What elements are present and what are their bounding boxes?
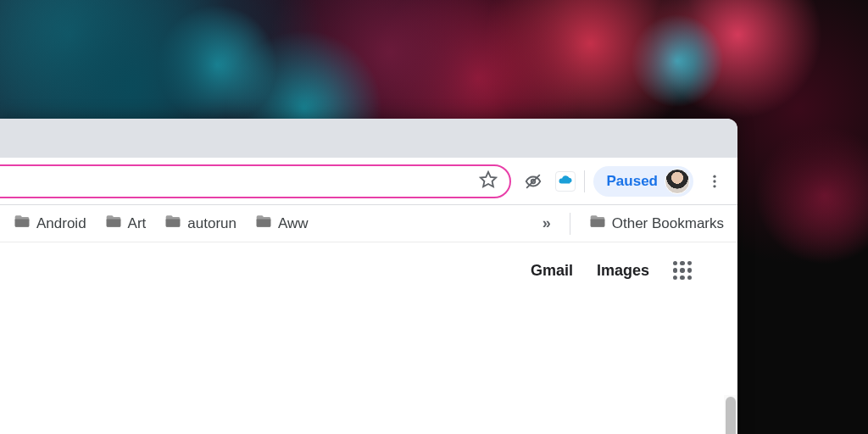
folder-icon <box>14 213 31 234</box>
kebab-menu-icon[interactable] <box>702 169 727 194</box>
svg-point-4 <box>713 180 715 182</box>
folder-icon <box>105 213 122 234</box>
bookmark-label: Android <box>36 215 86 232</box>
svg-rect-10 <box>590 220 604 227</box>
bookmark-label: Art <box>128 215 147 232</box>
header-links: Gmail Images <box>531 261 692 280</box>
bookmarks-overflow-button[interactable]: » <box>542 214 551 232</box>
bookmark-star-icon[interactable] <box>479 170 498 192</box>
gmail-link[interactable]: Gmail <box>531 262 573 280</box>
svg-rect-7 <box>106 220 120 227</box>
scrollbar-thumb[interactable] <box>726 397 736 434</box>
profile-status-label: Paused <box>607 173 658 190</box>
svg-marker-0 <box>480 171 495 186</box>
folder-icon <box>589 213 606 234</box>
svg-rect-6 <box>15 220 30 227</box>
avatar <box>665 169 690 194</box>
tab-strip[interactable] <box>0 119 737 158</box>
other-bookmarks-label: Other Bookmarks <box>612 215 724 232</box>
bookmark-label: autorun <box>187 215 236 232</box>
svg-rect-9 <box>257 220 271 227</box>
apps-grid-icon[interactable] <box>673 261 692 280</box>
bookmark-label: Aww <box>278 215 309 232</box>
bookmarks-bar: Android Art autorun Aww » Other Bo <box>0 205 737 242</box>
cloud-extension-icon[interactable] <box>555 171 576 192</box>
folder-icon <box>255 213 272 234</box>
eye-off-icon[interactable] <box>520 168 547 195</box>
svg-rect-8 <box>166 220 181 227</box>
browser-window: Paused Android Art autorun <box>0 119 737 434</box>
bookmark-folder-autorun[interactable]: autorun <box>164 213 236 234</box>
toolbar-separator <box>584 170 585 192</box>
bookmark-folder-aww[interactable]: Aww <box>255 213 309 234</box>
svg-point-3 <box>713 175 715 177</box>
images-link[interactable]: Images <box>597 262 649 280</box>
page-content: Gmail Images <box>0 242 737 434</box>
other-bookmarks-folder[interactable]: Other Bookmarks <box>589 213 724 234</box>
scrollbar[interactable] <box>724 395 737 434</box>
bookmark-folder-art[interactable]: Art <box>105 213 147 234</box>
profile-sync-chip[interactable]: Paused <box>593 166 693 197</box>
bookmarks-separator <box>570 213 570 235</box>
bookmark-folder-android[interactable]: Android <box>14 213 86 234</box>
svg-point-5 <box>713 185 715 187</box>
folder-icon <box>164 213 181 234</box>
address-bar[interactable] <box>0 164 511 198</box>
toolbar: Paused <box>0 158 737 205</box>
